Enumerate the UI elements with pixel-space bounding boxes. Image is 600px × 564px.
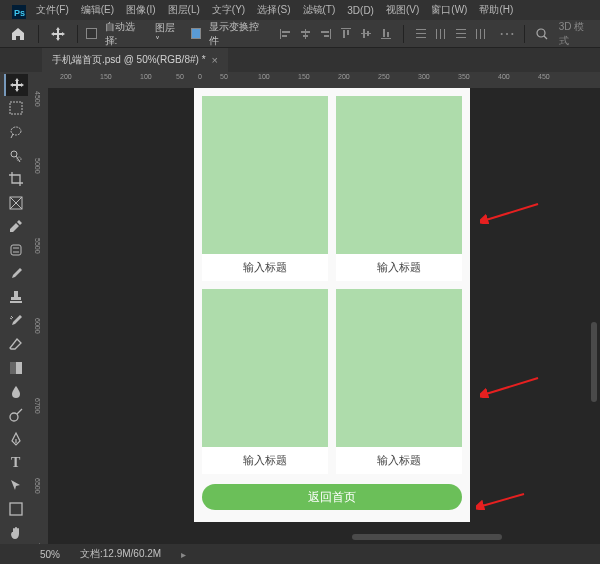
eraser-tool[interactable] (4, 334, 28, 356)
scrollbar-vertical[interactable] (591, 322, 597, 402)
gradient-tool[interactable] (4, 357, 28, 379)
distribute-1-icon[interactable] (412, 25, 430, 43)
svg-line-54 (486, 378, 538, 394)
svg-rect-10 (324, 35, 329, 37)
home-button[interactable] (6, 22, 30, 46)
frame-tool[interactable] (4, 192, 28, 214)
menu-layer[interactable]: 图层(L) (164, 1, 204, 19)
menu-view[interactable]: 视图(V) (382, 1, 423, 19)
auto-select-dropdown[interactable]: 图层 ˅ (155, 21, 183, 46)
svg-rect-30 (480, 29, 481, 39)
svg-rect-15 (363, 29, 365, 38)
menu-type[interactable]: 文字(Y) (208, 1, 249, 19)
type-tool[interactable]: T (4, 452, 28, 474)
distribute-3-icon[interactable] (452, 25, 470, 43)
healing-tool[interactable] (4, 239, 28, 261)
svg-rect-3 (282, 31, 290, 33)
svg-rect-41 (11, 245, 21, 255)
svg-rect-18 (383, 29, 385, 37)
menu-3d[interactable]: 3D(D) (343, 3, 378, 18)
menu-filter[interactable]: 滤镜(T) (299, 1, 340, 19)
svg-rect-16 (367, 31, 369, 36)
svg-rect-48 (10, 362, 16, 374)
align-bottom-icon[interactable] (377, 25, 395, 43)
search-icon[interactable] (533, 25, 551, 43)
card-item: 输入标题 (202, 289, 328, 474)
card-title: 输入标题 (202, 447, 328, 474)
ruler-vertical[interactable]: 4500 5000 5500 6000 6700 6500 7000 (32, 88, 48, 544)
align-group (277, 25, 395, 43)
menu-help[interactable]: 帮助(H) (475, 1, 517, 19)
svg-rect-25 (444, 29, 445, 39)
options-bar: 自动选择: 图层 ˅ 显示变换控件 ⋯ 3D 模式 (0, 20, 600, 48)
card-title: 输入标题 (336, 447, 462, 474)
shape-tool[interactable] (4, 499, 28, 521)
history-brush-tool[interactable] (4, 310, 28, 332)
align-left-icon[interactable] (277, 25, 295, 43)
svg-rect-29 (476, 29, 477, 39)
svg-rect-13 (347, 30, 349, 35)
ruler-horizontal[interactable]: 200 150 100 50 0 50 100 150 200 250 300 … (48, 72, 600, 88)
status-bar: 50% 文档:12.9M/60.2M ▸ (0, 544, 600, 564)
return-home-button[interactable]: 返回首页 (202, 484, 462, 510)
menu-select[interactable]: 选择(S) (253, 1, 294, 19)
hand-tool[interactable] (4, 522, 28, 544)
pen-tool[interactable] (4, 428, 28, 450)
svg-point-35 (11, 127, 21, 135)
distribute-2-icon[interactable] (432, 25, 450, 43)
menu-edit[interactable]: 编辑(E) (77, 1, 118, 19)
svg-rect-6 (301, 31, 310, 33)
close-icon[interactable]: × (212, 54, 218, 66)
separator (77, 25, 78, 43)
svg-rect-8 (330, 29, 331, 39)
show-transform-label: 显示变换控件 (209, 20, 269, 48)
scrollbar-horizontal[interactable] (352, 534, 502, 540)
auto-select-checkbox[interactable] (86, 28, 97, 39)
quickselect-tool[interactable] (4, 145, 28, 167)
svg-rect-11 (341, 28, 351, 29)
align-vcenter-icon[interactable] (357, 25, 375, 43)
svg-rect-46 (10, 301, 22, 303)
menu-image[interactable]: 图像(I) (122, 1, 159, 19)
svg-rect-5 (305, 29, 306, 39)
menu-file[interactable]: 文件(F) (32, 1, 73, 19)
move-tool-icon[interactable] (47, 23, 69, 45)
canvas-area[interactable]: 200 150 100 50 0 50 100 150 200 250 300 … (32, 72, 600, 544)
show-transform-checkbox[interactable] (191, 28, 202, 39)
svg-text:Ps: Ps (14, 8, 25, 18)
zoom-level[interactable]: 50% (40, 549, 60, 560)
separator (403, 25, 404, 43)
crop-tool[interactable] (4, 168, 28, 190)
dots-icon[interactable]: ⋯ (498, 25, 516, 43)
align-hcenter-icon[interactable] (297, 25, 315, 43)
document-tabs: 手机端首页.psd @ 50%(RGB/8#) * × (0, 48, 600, 72)
svg-rect-12 (343, 30, 345, 38)
card-item: 输入标题 (336, 96, 462, 281)
move-tool[interactable] (4, 74, 28, 96)
document-tab-title: 手机端首页.psd @ 50%(RGB/8#) * (52, 53, 206, 67)
distribute-4-icon[interactable] (472, 25, 490, 43)
svg-rect-4 (282, 35, 287, 37)
marquee-tool[interactable] (4, 98, 28, 120)
document-tab[interactable]: 手机端首页.psd @ 50%(RGB/8#) * × (42, 48, 228, 72)
blur-tool[interactable] (4, 381, 28, 403)
dodge-tool[interactable] (4, 404, 28, 426)
svg-rect-34 (10, 102, 22, 114)
lasso-tool[interactable] (4, 121, 28, 143)
align-right-icon[interactable] (317, 25, 335, 43)
svg-rect-21 (416, 33, 426, 34)
brush-tool[interactable] (4, 263, 28, 285)
stamp-tool[interactable] (4, 286, 28, 308)
eyedropper-tool[interactable] (4, 216, 28, 238)
path-select-tool[interactable] (4, 475, 28, 497)
mode3d-label[interactable]: 3D 模式 (559, 20, 594, 48)
doc-info[interactable]: 文档:12.9M/60.2M (80, 547, 161, 561)
svg-rect-23 (436, 29, 437, 39)
document-canvas[interactable]: 输入标题 输入标题 输入标题 输入标题 返回首页 (194, 88, 470, 522)
svg-point-32 (537, 29, 545, 37)
align-top-icon[interactable] (337, 25, 355, 43)
menu-window[interactable]: 窗口(W) (427, 1, 471, 19)
svg-rect-26 (456, 29, 466, 30)
card-image-placeholder (202, 96, 328, 254)
card-title: 输入标题 (336, 254, 462, 281)
